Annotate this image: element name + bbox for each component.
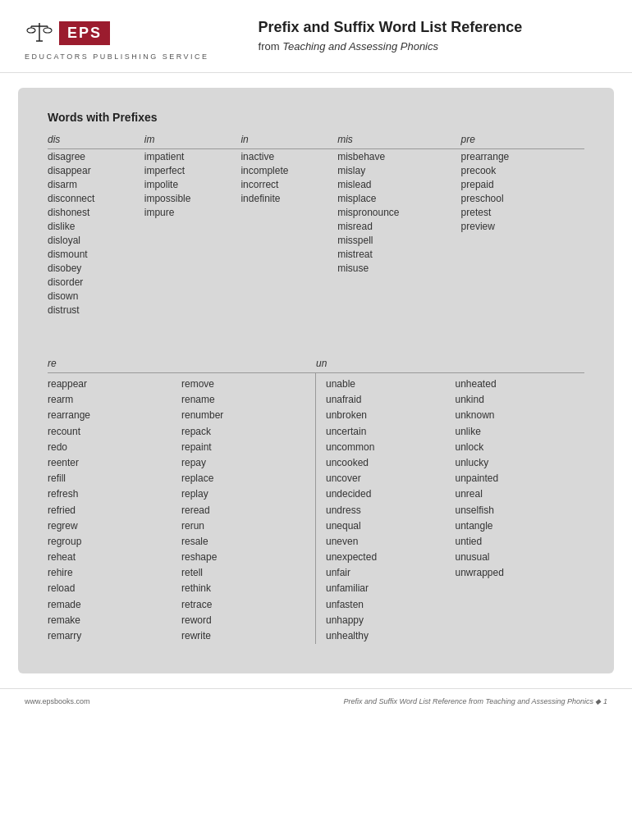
re-un-body: reappearrearmrearrangerecountredoreenter… [48, 373, 584, 644]
list-item: unreal [456, 486, 582, 502]
list-item: uneven [326, 534, 452, 550]
list-item: unfasten [326, 597, 452, 613]
page-subtitle: from Teaching and Assessing Phonics [259, 40, 607, 52]
list-item: rerun [181, 518, 312, 534]
table-row [144, 275, 241, 289]
list-item: unlock [456, 440, 582, 455]
section1-title: Words with Prefixes [48, 111, 584, 124]
table-row [461, 233, 584, 247]
subtitle-from: from [259, 40, 283, 52]
list-item: undecided [326, 486, 452, 502]
table-row: misbehave [337, 149, 460, 164]
table-row: mislay [337, 163, 460, 177]
content-area: Words with Prefixes dis im in mis pre di… [18, 88, 614, 673]
table-row: disobey [48, 261, 144, 275]
re-header: re [48, 358, 316, 372]
list-item: unlike [456, 424, 582, 440]
table-row: preschool [461, 191, 584, 205]
list-item: rewrite [181, 628, 312, 644]
table-row [144, 219, 241, 233]
table-row: indefinite [240, 191, 337, 205]
list-item: unfair [326, 565, 452, 581]
table-row: incomplete [240, 163, 337, 177]
list-item: uncooked [326, 455, 452, 471]
list-item: unlucky [456, 455, 582, 471]
list-item: rename [181, 392, 312, 408]
eps-scale-icon [25, 18, 54, 48]
list-item: reload [48, 581, 178, 596]
list-item: reheat [48, 550, 178, 565]
list-item: replace [181, 471, 312, 486]
list-item: rethink [181, 581, 312, 596]
footer-citation: Prefix and Suffix Word List Reference fr… [344, 697, 608, 705]
table-row [240, 275, 337, 289]
table-row: misread [337, 219, 460, 233]
table-row [461, 275, 584, 289]
table-row: inactive [240, 149, 337, 164]
re-column-1: reappearrearmrearrangerecountredoreenter… [48, 373, 181, 644]
list-item: repack [181, 424, 312, 440]
list-item: refried [48, 503, 178, 518]
table-row [337, 303, 460, 317]
table-row: preview [461, 219, 584, 233]
table-row [144, 289, 241, 303]
table-row: impure [144, 205, 241, 219]
table-row: mistreat [337, 247, 460, 261]
list-item: remade [48, 597, 178, 613]
table-row [337, 289, 460, 303]
subtitle-book: Teaching and Assessing Phonics [282, 40, 438, 52]
list-item: unpainted [456, 471, 582, 486]
list-item: regrew [48, 518, 178, 534]
list-item: unkind [456, 392, 582, 408]
list-item: unselfish [456, 503, 582, 518]
list-item: undress [326, 503, 452, 518]
eps-logo-text: EPS [59, 21, 110, 45]
list-item: remake [48, 613, 178, 628]
list-item: rearrange [48, 408, 178, 423]
un-header: un [316, 358, 584, 372]
table-row [240, 233, 337, 247]
list-item: reread [181, 503, 312, 518]
table-row [461, 289, 584, 303]
table-row: precook [461, 163, 584, 177]
list-item: resale [181, 534, 312, 550]
list-item: uncertain [326, 424, 452, 440]
table-row [240, 261, 337, 275]
list-item: regroup [48, 534, 178, 550]
table-row: misplace [337, 191, 460, 205]
list-item: unheated [456, 377, 582, 392]
table-row: impatient [144, 149, 241, 164]
list-item: refill [48, 471, 178, 486]
list-item: unequal [326, 518, 452, 534]
table-row [461, 247, 584, 261]
list-item: rearm [48, 392, 178, 408]
table-row [461, 303, 584, 317]
table-row [240, 205, 337, 219]
list-item: unusual [456, 550, 582, 565]
un-column-2: unheatedunkindunknownunlikeunlockunlucky… [456, 373, 585, 644]
table-row [144, 261, 241, 275]
re-column-2: removerenamerenumberrepackrepaintrepayre… [181, 373, 315, 644]
table-row: prepaid [461, 177, 584, 191]
table-row: prearrange [461, 149, 584, 164]
table-row: disown [48, 289, 144, 303]
page-header: EPS EDUCATORS PUBLISHING SERVICE Prefix … [0, 0, 632, 73]
footer-website: www.epsbooks.com [25, 697, 90, 705]
table-row [240, 289, 337, 303]
table-row: misuse [337, 261, 460, 275]
table-row: disappear [48, 163, 144, 177]
header-mis: mis [337, 132, 460, 149]
header-in: in [240, 132, 337, 149]
table-row [240, 247, 337, 261]
list-item: redo [48, 440, 178, 455]
table-row: impolite [144, 177, 241, 191]
list-item: unwrapped [456, 565, 582, 581]
re-un-section: re un reappearrearmrearrangerecountredor… [48, 358, 584, 644]
table-row: disloyal [48, 233, 144, 247]
table-row: disarm [48, 177, 144, 191]
table-row: imperfect [144, 163, 241, 177]
list-item: remarry [48, 628, 178, 644]
list-item: recount [48, 424, 178, 440]
table-row: impossible [144, 191, 241, 205]
list-item: unbroken [326, 408, 452, 423]
